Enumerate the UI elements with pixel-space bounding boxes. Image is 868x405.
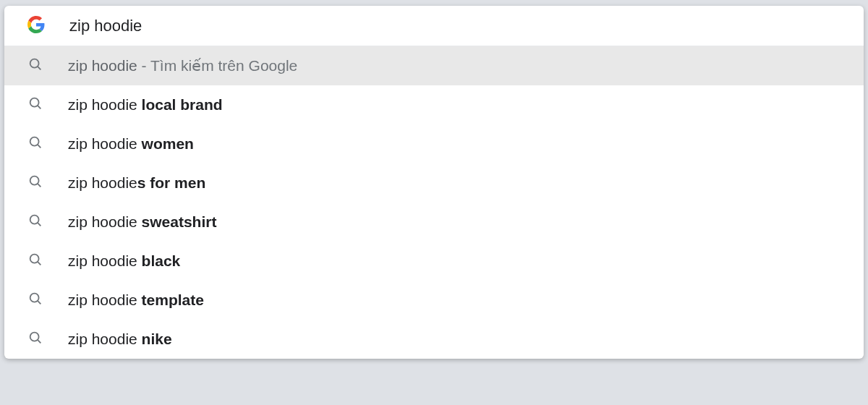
svg-point-6 bbox=[30, 176, 39, 185]
suggestion-item[interactable]: zip hoodie - Tìm kiếm trên Google bbox=[4, 46, 864, 85]
suggestion-item[interactable]: zip hoodies for men bbox=[4, 163, 864, 202]
search-icon bbox=[27, 252, 43, 270]
svg-point-12 bbox=[30, 294, 39, 302]
suggestion-prefix: zip hoodie bbox=[68, 213, 142, 230]
suggestion-bold: black bbox=[142, 252, 181, 269]
suggestion-text: zip hoodies for men bbox=[68, 174, 205, 192]
svg-line-11 bbox=[38, 262, 41, 265]
suggestion-item[interactable]: zip hoodie local brand bbox=[4, 85, 864, 124]
search-icon bbox=[27, 56, 43, 75]
svg-point-8 bbox=[30, 216, 39, 224]
suggestion-text: zip hoodie local brand bbox=[68, 96, 223, 114]
suggestion-item[interactable]: zip hoodie nike bbox=[4, 320, 864, 359]
suggestion-separator: - bbox=[137, 57, 150, 74]
suggestion-prefix: zip hoodie bbox=[68, 57, 137, 74]
svg-point-14 bbox=[30, 333, 39, 341]
search-icon bbox=[27, 135, 43, 153]
suggestion-item[interactable]: zip hoodie black bbox=[4, 242, 864, 281]
svg-line-9 bbox=[38, 223, 41, 226]
suggestion-text: zip hoodie nike bbox=[68, 331, 172, 348]
search-input-row bbox=[4, 6, 864, 46]
suggestion-prefix: zip hoodie bbox=[68, 135, 142, 152]
svg-line-7 bbox=[38, 184, 41, 187]
search-icon bbox=[27, 213, 43, 231]
suggestion-google-search-label: Tìm kiếm trên Google bbox=[150, 57, 297, 74]
suggestion-bold: nike bbox=[142, 331, 172, 347]
suggestion-prefix: zip hoodie bbox=[68, 96, 142, 113]
svg-line-3 bbox=[38, 106, 41, 108]
suggestion-text: zip hoodie women bbox=[68, 135, 194, 153]
svg-line-13 bbox=[38, 301, 41, 304]
svg-point-0 bbox=[30, 59, 39, 68]
suggestion-text: zip hoodie sweatshirt bbox=[68, 213, 216, 231]
svg-point-4 bbox=[30, 137, 39, 146]
google-logo-icon bbox=[27, 16, 45, 36]
search-icon bbox=[27, 95, 43, 114]
search-icon bbox=[27, 330, 43, 349]
suggestion-bold: template bbox=[142, 291, 204, 308]
suggestion-text: zip hoodie - Tìm kiếm trên Google bbox=[68, 57, 297, 74]
suggestion-prefix: zip hoodie bbox=[68, 174, 137, 191]
suggestion-list: zip hoodie - Tìm kiếm trên Googlezip hoo… bbox=[4, 46, 864, 359]
suggestion-text: zip hoodie template bbox=[68, 291, 204, 309]
suggestion-item[interactable]: zip hoodie women bbox=[4, 124, 864, 163]
search-icon bbox=[27, 174, 43, 192]
suggestion-bold: local brand bbox=[142, 96, 223, 113]
svg-line-5 bbox=[38, 145, 41, 148]
svg-line-1 bbox=[38, 67, 41, 69]
svg-point-2 bbox=[30, 98, 39, 107]
suggestion-bold: sweatshirt bbox=[142, 213, 217, 230]
suggestion-bold: s for men bbox=[137, 174, 206, 191]
omnibox-dropdown: zip hoodie - Tìm kiếm trên Googlezip hoo… bbox=[4, 6, 864, 359]
suggestion-item[interactable]: zip hoodie template bbox=[4, 281, 864, 320]
search-icon bbox=[27, 291, 43, 310]
svg-line-15 bbox=[38, 340, 41, 343]
suggestion-bold: women bbox=[142, 135, 194, 152]
suggestion-prefix: zip hoodie bbox=[68, 291, 142, 308]
suggestion-prefix: zip hoodie bbox=[68, 331, 142, 347]
suggestion-prefix: zip hoodie bbox=[68, 252, 142, 269]
suggestion-text: zip hoodie black bbox=[68, 252, 180, 270]
svg-point-10 bbox=[30, 255, 39, 263]
address-bar-input[interactable] bbox=[69, 17, 720, 35]
suggestion-item[interactable]: zip hoodie sweatshirt bbox=[4, 202, 864, 242]
